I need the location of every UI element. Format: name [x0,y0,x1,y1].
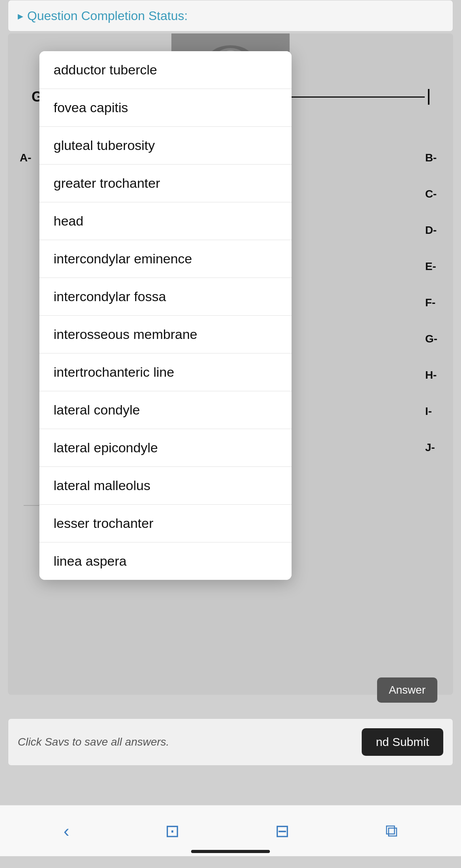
completion-status-bar: ▸ Question Completion Status: [8,0,453,31]
dropdown-item-linea-aspera[interactable]: linea aspera [39,542,292,580]
dropdown-item-intercondylar-eminence[interactable]: intercondylar eminence [39,240,292,278]
copy-button[interactable]: ⧉ [385,821,398,841]
home-indicator [191,850,270,853]
label-b: B- [425,152,437,164]
save-message: Click Savs to save all answers. [18,736,169,748]
completion-status-text: Question Completion Status: [27,9,188,23]
label-a: A- [20,152,32,164]
label-h: H- [425,369,437,381]
bottom-navigation: ‹ ⊡ ⊟ ⧉ [0,805,461,856]
dropdown-item-head[interactable]: head [39,202,292,240]
completion-arrow: ▸ [18,9,23,22]
back-button[interactable]: ‹ [63,821,69,841]
dropdown-item-lateral-epicondyle[interactable]: lateral epicondyle [39,429,292,467]
dropdown-item-lateral-malleolus[interactable]: lateral malleolus [39,467,292,505]
dropdown-menu: adductor tubercle fovea capitis gluteal … [39,51,292,580]
label-f: F- [425,296,437,309]
dropdown-item-fovea-capitis[interactable]: fovea capitis [39,89,292,127]
home-button[interactable]: ⊡ [165,821,180,841]
bookmark-button[interactable]: ⊟ [275,821,290,841]
submit-button[interactable]: nd Submit [362,728,443,756]
dropdown-item-gluteal-tuberosity[interactable]: gluteal tuberosity [39,127,292,165]
bottom-bar: Click Savs to save all answers. nd Submi… [8,718,453,766]
label-c: C- [425,188,437,200]
dropdown-item-lesser-trochanter[interactable]: lesser trochanter [39,505,292,542]
g-marker [428,89,429,105]
dropdown-item-greater-trochanter[interactable]: greater trochanter [39,165,292,202]
label-j: J- [425,441,437,454]
dropdown-item-intercondylar-fossa[interactable]: intercondylar fossa [39,278,292,316]
label-i: I- [425,405,437,418]
dropdown-item-interosseous-membrane[interactable]: interosseous membrane [39,316,292,353]
right-labels: B- C- D- E- F- G- H- I- J- [425,152,437,454]
dropdown-item-adductor-tubercle[interactable]: adductor tubercle [39,51,292,89]
left-labels: A- [20,152,32,164]
answer-button[interactable]: Answer [377,677,437,703]
label-d: D- [425,224,437,237]
dropdown-item-intertrochanteric-line[interactable]: intertrochanteric line [39,353,292,391]
label-e: E- [425,260,437,273]
label-g: G- [425,333,437,345]
dropdown-item-lateral-condyle[interactable]: lateral condyle [39,391,292,429]
